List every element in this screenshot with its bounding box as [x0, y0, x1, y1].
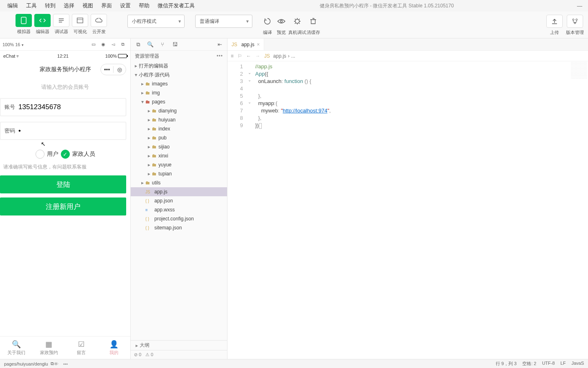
folder-sijiao[interactable]: ▸🖿sijiao: [131, 142, 227, 151]
bookmark-icon[interactable]: ⚐: [238, 53, 242, 59]
register-button[interactable]: 注册新用户: [0, 197, 126, 215]
remote-debug-button[interactable]: [290, 15, 304, 28]
folder-xinxi[interactable]: ▸🖿xinxi: [131, 151, 227, 160]
menu-devtools[interactable]: 微信开发者工具: [154, 2, 199, 9]
cloud-toggle[interactable]: [91, 14, 107, 27]
folder-huiyuan[interactable]: ▸🖿huiyuan: [131, 115, 227, 124]
visual-toggle[interactable]: [72, 14, 88, 27]
files-icon[interactable]: ⧉: [134, 41, 142, 48]
lbl-compile: 编译: [263, 29, 272, 36]
code-editor[interactable]: 123456789 ⌄⌄⌄ //app.jsApp({ onLaunch: fu…: [227, 61, 588, 359]
explorer-iconbar: ⧉ 🔍 ⑂ 🖫 ⇤: [131, 38, 227, 51]
folder-images[interactable]: ▸🖿images: [131, 79, 227, 88]
tab-message[interactable]: ☑留言: [65, 337, 98, 359]
breadcrumb-path[interactable]: JS app.js › ...: [264, 53, 295, 59]
mode-select[interactable]: 小程序模式: [127, 15, 185, 28]
folder-dianying[interactable]: ▸🖿dianying: [131, 106, 227, 115]
status-path[interactable]: pages/huiyuan/denglu⧉: [4, 361, 54, 366]
tab-app-js[interactable]: JS app.js ×: [227, 38, 264, 50]
tab-mine[interactable]: 👤我的: [98, 337, 130, 359]
file-app-wxss[interactable]: ≡app.wxss: [131, 205, 227, 214]
simulator-toggle[interactable]: [16, 14, 32, 27]
eol-info[interactable]: LF: [561, 361, 566, 367]
debugger-toggle[interactable]: [53, 14, 69, 27]
folder-tupian[interactable]: ▸🖿tupian: [131, 169, 227, 178]
folder-icon: 🖿: [145, 180, 150, 186]
window-minimize[interactable]: —: [575, 3, 585, 9]
editor-toggle[interactable]: [34, 14, 51, 27]
lbl-clear: 清缓存: [307, 29, 320, 36]
explorer-footer: ⊘ 0 ⚠ 0: [131, 350, 227, 359]
folder-img[interactable]: ▸🖿img: [131, 88, 227, 97]
compile-button[interactable]: [261, 15, 274, 28]
radio-user[interactable]: [36, 150, 45, 159]
copy-icon[interactable]: ⧉: [51, 361, 54, 366]
tab-close[interactable]: ×: [257, 42, 260, 47]
zoom-level[interactable]: 100% 16 ▾: [2, 42, 24, 47]
nav-back-icon[interactable]: ←: [246, 53, 251, 59]
folder-yuyue[interactable]: ▸🖿yuyue: [131, 160, 227, 169]
folder-pub[interactable]: ▸🖿pub: [131, 133, 227, 142]
minimap[interactable]: [571, 62, 587, 79]
compile-select[interactable]: 普通编译: [195, 15, 252, 28]
section-opened-editors[interactable]: ▸打开的编辑器: [131, 61, 227, 70]
check-square-icon: ☑: [78, 340, 85, 349]
version-button[interactable]: [567, 15, 583, 28]
menu-edit[interactable]: 编辑: [3, 2, 22, 9]
file-app-json[interactable]: { }app.json: [131, 196, 227, 205]
menu-layout[interactable]: 界面: [97, 2, 116, 9]
file-app-js[interactable]: JSapp.js: [131, 187, 227, 196]
folder-utils[interactable]: ▸🖿utils: [131, 178, 227, 187]
branch-icon[interactable]: ⑂: [158, 41, 167, 47]
menu-settings[interactable]: 设置: [116, 2, 135, 9]
eye-icon[interactable]: 👁: [54, 361, 58, 366]
folder-icon: 🖿: [152, 144, 157, 150]
tab-booking[interactable]: ▦家政预约: [33, 337, 65, 359]
code-content[interactable]: //app.jsApp({ onLaunch: function () { },…: [253, 61, 588, 359]
phone-preview: eChatᯤ 12:21 100% 家政服务预约小程序 ••• ◎ 请输入您的会…: [0, 51, 130, 359]
menu-tools[interactable]: 工具: [22, 2, 41, 9]
file-project-config-json[interactable]: { }project.config.json: [131, 214, 227, 223]
lang-info[interactable]: JavaS: [571, 361, 584, 367]
collapse-icon[interactable]: ⇤: [216, 41, 224, 47]
nav-forward-icon[interactable]: →: [255, 53, 260, 59]
list-icon[interactable]: ≡: [231, 53, 234, 59]
folder-pages[interactable]: ▾🖿pages: [131, 97, 227, 106]
password-input[interactable]: [18, 127, 122, 135]
more-icon[interactable]: •••: [63, 361, 68, 366]
pages-icon[interactable]: ⧉: [118, 42, 128, 47]
upload-button[interactable]: [546, 15, 563, 28]
section-project[interactable]: ▾小程序·源代码: [131, 70, 227, 79]
menu-help[interactable]: 帮助: [135, 2, 154, 9]
record-icon[interactable]: ◉: [98, 42, 108, 47]
back-icon[interactable]: ◅: [108, 42, 118, 47]
explorer-title: 资源管理器: [135, 53, 159, 60]
explorer-more[interactable]: •••: [216, 53, 223, 59]
error-count[interactable]: ⊘ 0: [134, 352, 141, 357]
save-icon[interactable]: 🖫: [171, 41, 179, 47]
warning-count[interactable]: ⚠ 0: [145, 352, 153, 357]
lbl-upload: 上传: [550, 29, 559, 36]
capsule-close[interactable]: ◎: [114, 66, 126, 73]
menu-select[interactable]: 选择: [60, 2, 78, 9]
menu-goto[interactable]: 转到: [41, 2, 60, 9]
preview-button[interactable]: [274, 15, 288, 28]
cursor-position[interactable]: 行 9，列 3: [496, 361, 517, 367]
simulator-panel: 100% 16 ▾ ▭ ◉ ◅ ⧉ eChatᯤ 12:21 100% 家政服务…: [0, 38, 131, 359]
menu-view[interactable]: 视图: [78, 2, 97, 9]
outline-section[interactable]: ▸大纲: [131, 340, 227, 350]
tab-about[interactable]: 🔍关于我们: [0, 337, 33, 359]
capsule-menu[interactable]: •••: [101, 66, 113, 73]
file-sitemap-json[interactable]: { }sitemap.json: [131, 223, 227, 232]
clear-cache-button[interactable]: [306, 15, 320, 28]
device-icon[interactable]: ▭: [89, 42, 98, 47]
account-input[interactable]: [18, 103, 122, 111]
search-icon[interactable]: 🔍: [146, 41, 154, 47]
radio-staff[interactable]: ✓: [61, 150, 70, 159]
encoding-info[interactable]: UTF-8: [542, 361, 555, 367]
folder-index[interactable]: ▸🖿index: [131, 124, 227, 133]
indent-info[interactable]: 空格: 2: [522, 361, 536, 367]
file-icon: JS: [145, 190, 153, 194]
folder-icon: 🖿: [152, 135, 157, 141]
login-button[interactable]: 登陆: [0, 175, 126, 193]
